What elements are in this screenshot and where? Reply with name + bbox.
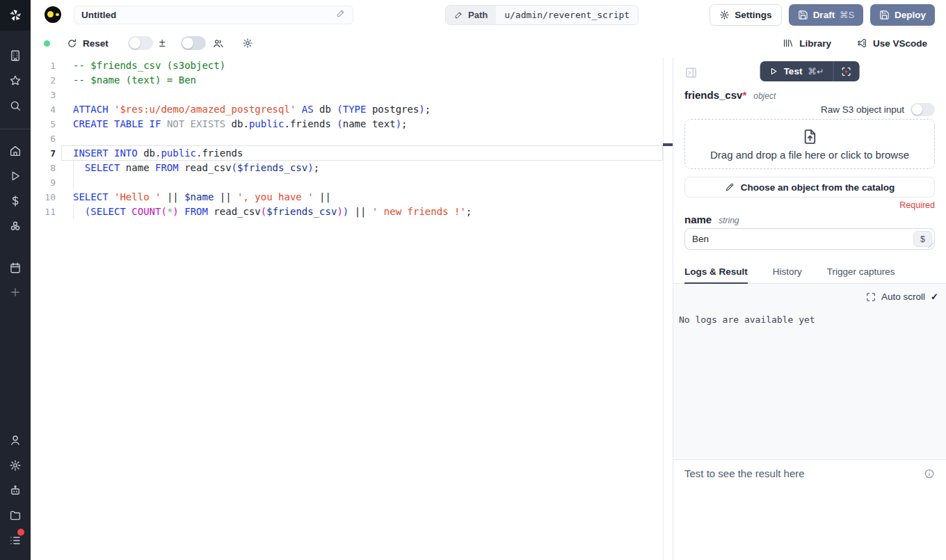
reset-button[interactable]: Reset <box>67 38 109 49</box>
overview-ruler-cursor <box>663 143 673 146</box>
file-dropzone[interactable]: Drag and drop a file here or click to br… <box>684 119 935 169</box>
settings-label: Settings <box>735 10 771 20</box>
sidebar-item-settings[interactable] <box>0 456 31 475</box>
deploy-button[interactable]: Deploy <box>870 4 935 26</box>
code-line-9[interactable]: 9 <box>31 175 673 190</box>
token: FROM <box>155 162 179 173</box>
multiplayer-toggle[interactable] <box>181 36 206 50</box>
sidebar-item-home[interactable] <box>0 141 31 161</box>
diff-toggle[interactable] <box>128 36 153 50</box>
edit-title-icon[interactable] <box>336 8 346 21</box>
sidebar-item-workers[interactable] <box>0 481 31 500</box>
library-label: Library <box>799 38 831 49</box>
sidebar-item-favorites[interactable] <box>0 71 31 90</box>
line-number[interactable]: 4 <box>31 102 56 117</box>
line-number[interactable]: 8 <box>31 161 56 175</box>
sidebar-item-folders[interactable] <box>0 506 31 525</box>
sidebar-item-audit-logs[interactable] <box>0 531 31 550</box>
code-line-8[interactable]: 8 SELECT name FROM read_csv($friends_csv… <box>31 161 673 175</box>
token: || <box>214 191 237 202</box>
line-number[interactable]: 1 <box>31 58 56 73</box>
path-value[interactable]: u/admin/reverent_script <box>496 6 638 24</box>
token <box>73 206 85 217</box>
sidebar-item-create[interactable] <box>0 282 31 302</box>
windmill-icon <box>8 8 23 23</box>
users-icon[interactable] <box>212 38 224 49</box>
code-line-10[interactable]: 10SELECT 'Hello ' || $name || ', you hav… <box>31 190 673 205</box>
result-placeholder: Test to see the result here <box>684 467 805 479</box>
sidebar-item-workspace[interactable] <box>0 46 31 65</box>
folders-icon <box>9 509 22 522</box>
library-button[interactable]: Library <box>783 38 831 49</box>
token: .friends <box>284 118 337 129</box>
autoscroll-checkbox[interactable]: ✓ <box>931 291 938 302</box>
token: ; <box>401 118 407 129</box>
vscode-label: Use VScode <box>873 38 927 49</box>
code-text: SELECT name FROM read_csv($friends_csv); <box>73 161 319 175</box>
capture-run-button[interactable] <box>833 61 859 81</box>
line-number[interactable]: 6 <box>31 131 56 146</box>
token: || <box>314 191 331 202</box>
code-line-4[interactable]: 4ATTACH '$res:u/demo/amazed_postgresql' … <box>31 102 673 117</box>
code-line-6[interactable]: 6 <box>31 131 673 146</box>
code-line-1[interactable]: 1-- $friends_csv (s3object) <box>31 58 673 73</box>
code-line-3[interactable]: 3 <box>31 88 673 102</box>
save-icon <box>879 10 890 20</box>
code-line-5[interactable]: 5CREATE TABLE IF NOT EXISTS db.public.fr… <box>31 117 673 131</box>
draft-label: Draft <box>813 10 835 20</box>
code-line-2[interactable]: 2-- $name (text) = Ben <box>31 73 673 88</box>
sidebar-item-variables[interactable] <box>0 191 31 211</box>
editor-settings-icon[interactable] <box>242 38 253 49</box>
settings-button[interactable]: Settings <box>710 4 781 26</box>
sidebar-item-user[interactable] <box>0 431 31 450</box>
tab-logs-result[interactable]: Logs & Result <box>684 266 748 283</box>
sidebar-item-search[interactable] <box>0 96 31 115</box>
code-line-11[interactable]: 11 (SELECT COUNT(*) FROM read_csv($frien… <box>31 205 673 219</box>
path-control[interactable]: Path u/admin/reverent_script <box>445 5 639 25</box>
vscode-icon <box>856 38 867 49</box>
script-title-field[interactable] <box>74 6 353 24</box>
line-number[interactable]: 11 <box>31 205 56 219</box>
variables-icon <box>9 195 22 207</box>
windmill-logo[interactable] <box>0 0 31 31</box>
sidebar-item-runs[interactable] <box>0 166 31 186</box>
panel-toggle-icon[interactable] <box>684 66 698 79</box>
code-editor[interactable]: 1-- $friends_csv (s3object)2-- $name (te… <box>31 57 673 560</box>
info-icon[interactable] <box>924 468 935 479</box>
line-number[interactable]: 10 <box>31 190 56 205</box>
line-number[interactable]: 2 <box>31 73 56 88</box>
sidebar-item-schedules[interactable] <box>0 258 31 278</box>
test-label: Test <box>784 66 803 77</box>
code-text: CREATE TABLE IF NOT EXISTS db.public.fri… <box>73 117 408 131</box>
draft-button[interactable]: Draft ⌘S <box>789 4 863 26</box>
token: ( <box>337 104 342 115</box>
code-line-7[interactable]: 7INSERT INTO db.public.friends <box>31 146 673 161</box>
left-sidebar <box>0 0 31 560</box>
code-text <box>73 88 74 102</box>
line-number[interactable]: 7 <box>31 146 56 161</box>
minimap-border <box>663 57 664 560</box>
focus-icon <box>841 66 852 77</box>
sidebar-item-resources[interactable] <box>0 216 31 236</box>
line-number[interactable]: 5 <box>31 117 56 131</box>
tab-trigger-captures[interactable]: Trigger captures <box>827 266 895 283</box>
pipette-icon <box>725 182 735 192</box>
name-input[interactable] <box>685 229 934 249</box>
line-number[interactable]: 9 <box>31 175 56 190</box>
use-vscode-button[interactable]: Use VScode <box>856 38 927 49</box>
reset-label: Reset <box>83 38 109 49</box>
plus-minus-icon[interactable]: ± <box>159 37 166 49</box>
tab-history[interactable]: History <box>773 266 802 283</box>
token: ; <box>314 162 319 173</box>
token: db. <box>225 118 249 129</box>
test-button[interactable]: Test ⌘↵ <box>760 61 833 81</box>
script-title-input[interactable] <box>81 10 336 20</box>
token: ( <box>337 118 342 129</box>
line-number[interactable]: 3 <box>31 88 56 102</box>
raw-s3-toggle[interactable] <box>911 103 935 116</box>
code-text: INSERT INTO db.public.friends <box>73 146 243 161</box>
resize-handle[interactable] <box>928 243 933 248</box>
choose-object-button[interactable]: Choose an object from the catalog <box>684 177 935 198</box>
expand-icon[interactable] <box>866 292 876 302</box>
library-icon <box>783 38 794 49</box>
